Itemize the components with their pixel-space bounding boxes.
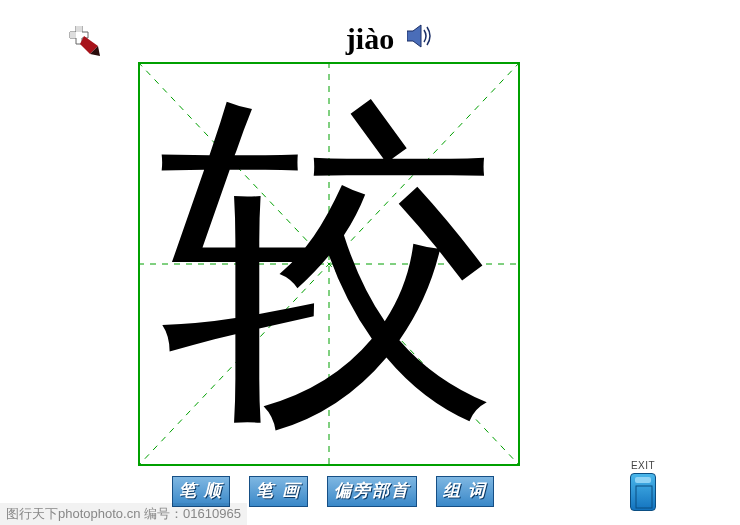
pinyin-label: jiào [346, 22, 394, 56]
character-grid: 较 [138, 62, 520, 466]
exit-label: EXIT [631, 460, 655, 471]
svg-rect-2 [76, 26, 82, 32]
character-glyph: 较 [138, 62, 520, 466]
svg-marker-5 [407, 25, 421, 47]
compound-button[interactable]: 组 词 [436, 476, 494, 507]
strokes-button[interactable]: 笔 画 [249, 476, 307, 507]
svg-rect-1 [70, 32, 76, 38]
watermark-text: 图行天下photophoto.cn 编号：01610965 [0, 503, 247, 525]
sound-button[interactable] [407, 24, 433, 52]
door-icon [631, 474, 657, 512]
radical-button[interactable]: 偏旁部首 [327, 476, 417, 507]
exit-group: EXIT [630, 460, 656, 511]
svg-rect-10 [636, 486, 652, 508]
exit-button[interactable] [630, 473, 656, 511]
brush-cursor-icon [66, 26, 102, 58]
speaker-icon [407, 24, 433, 48]
